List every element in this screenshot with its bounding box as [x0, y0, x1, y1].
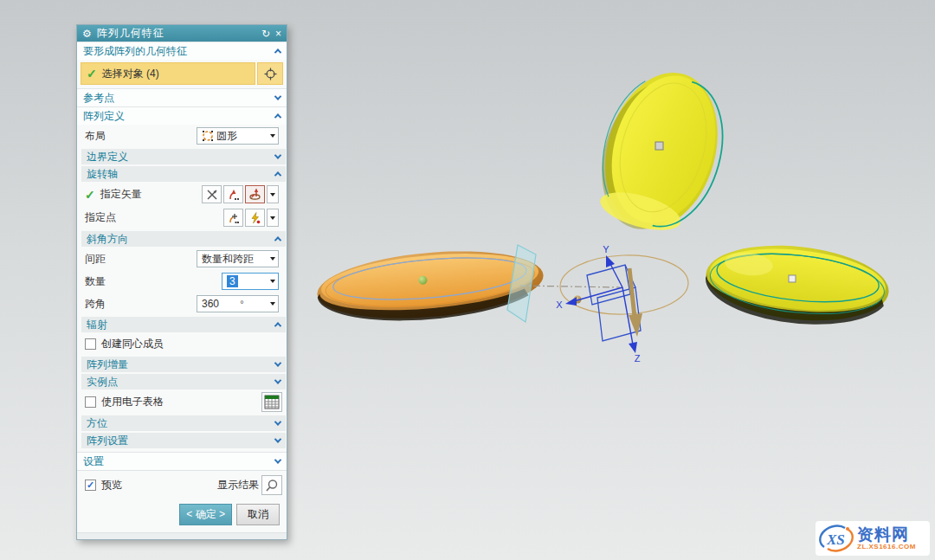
span-angle-value: 360	[202, 298, 219, 310]
point-dialog-button[interactable]	[223, 209, 243, 227]
section-reference-point[interactable]: 参考点	[77, 88, 287, 106]
axis-vector-icon	[248, 188, 261, 201]
vector-dialog-icon	[206, 189, 218, 201]
svg-text:XS: XS	[826, 531, 845, 548]
axis-y-label: Y	[603, 244, 609, 254]
span-angle-input[interactable]: 360 °	[197, 295, 279, 312]
section-boundary-definition[interactable]: 边界定义	[81, 149, 286, 164]
section-instance-points[interactable]: 实例点	[81, 374, 286, 389]
spacing-row: 间距 数量和跨距	[77, 248, 287, 270]
dropdown-caret-icon	[270, 134, 275, 138]
vector-dialog-button[interactable]	[202, 185, 222, 203]
reference-point-label: 参考点	[83, 91, 114, 106]
span-angle-row: 跨角 360 °	[77, 293, 287, 315]
pattern-circle[interactable]	[559, 253, 689, 316]
ok-button[interactable]: < 确定 >	[179, 504, 232, 525]
angular-direction-label: 斜角方向	[87, 232, 128, 247]
boundary-definition-label: 边界定义	[87, 150, 128, 164]
section-pattern-settings[interactable]: 阵列设置	[81, 433, 286, 448]
pattern-definition-label: 阵列定义	[83, 109, 125, 124]
span-angle-label: 跨角	[85, 297, 106, 312]
section-settings[interactable]: 设置	[77, 452, 287, 470]
dialog-titlebar[interactable]: ⚙ 阵列几何特征 ↻ ×	[77, 25, 287, 42]
specify-point-label: 指定点	[85, 210, 116, 225]
dropdown-caret-icon	[270, 216, 275, 220]
magnifier-icon	[265, 479, 279, 492]
disc-yellow-right-center-point[interactable]	[789, 275, 796, 282]
spacing-label: 间距	[85, 252, 106, 267]
chevron-up-icon	[274, 171, 281, 178]
spreadsheet-button[interactable]	[261, 392, 282, 412]
reset-icon[interactable]: ↻	[261, 29, 270, 39]
pattern-increment-label: 阵列增量	[87, 357, 128, 372]
chevron-down-icon	[274, 151, 281, 158]
specify-vector-label: 指定矢量	[100, 187, 142, 202]
vector-options-dropdown[interactable]	[267, 185, 279, 203]
chevron-up-icon	[274, 113, 281, 120]
preview-label: 预览	[101, 478, 122, 492]
close-icon[interactable]: ×	[275, 29, 281, 39]
lightning-bolt-icon	[249, 212, 261, 224]
watermark-name: 资料网	[857, 526, 916, 543]
spacing-value: 数量和跨距	[202, 252, 254, 267]
inferred-vector-icon	[228, 189, 240, 201]
section-angular-direction[interactable]: 斜角方向	[81, 231, 286, 247]
radiate-label: 辐射	[87, 318, 107, 332]
axis-x-line	[574, 287, 622, 301]
chevron-up-icon	[274, 48, 281, 55]
chevron-down-icon	[274, 418, 281, 425]
spacing-select[interactable]: 数量和跨距	[197, 250, 279, 267]
concentric-members-checkbox[interactable]	[85, 338, 96, 350]
section-geometry-to-pattern[interactable]: 要形成阵列的几何特征	[77, 42, 287, 60]
use-spreadsheet-label: 使用电子表格	[101, 395, 164, 409]
axis-vector-button[interactable]	[245, 185, 265, 203]
inferred-point-button[interactable]	[245, 209, 265, 227]
axis-y-arrowhead	[606, 255, 615, 267]
specify-point-row: 指定点	[77, 206, 287, 229]
count-row: 数量 3	[77, 270, 287, 293]
show-result-label: 显示结果	[217, 478, 259, 492]
section-pattern-increment[interactable]: 阵列增量	[81, 357, 286, 372]
settings-label: 设置	[83, 454, 104, 469]
disc-yellow-top-center-point[interactable]	[655, 142, 663, 150]
dialog-action-buttons: < 确定 > 取消	[77, 499, 287, 532]
rotation-axis-label: 旋转轴	[87, 167, 118, 182]
chevron-down-icon	[274, 435, 281, 442]
degree-unit: °	[240, 299, 243, 309]
crosshair-icon	[264, 68, 277, 80]
dropdown-caret-icon	[270, 193, 275, 196]
layout-row: 布局 圆形	[77, 125, 287, 147]
inferred-vector-button[interactable]	[223, 185, 243, 203]
watermark-badge: XS 资料网 ZL.XS1616.COM	[816, 521, 930, 556]
point-constructor-button[interactable]	[257, 62, 283, 85]
watermark-logo: XS	[819, 525, 854, 552]
dialog-footer	[77, 532, 287, 539]
preview-checkbox[interactable]: ✓	[85, 480, 96, 491]
count-label: 数量	[85, 274, 106, 289]
dropdown-caret-icon	[270, 280, 275, 283]
section-pattern-definition[interactable]: 阵列定义	[77, 106, 287, 125]
point-options-dropdown[interactable]	[267, 209, 279, 227]
disc-yellow-top[interactable]	[584, 59, 740, 246]
use-spreadsheet-checkbox[interactable]	[85, 396, 96, 408]
dropdown-caret-icon	[270, 257, 275, 261]
specify-vector-row: ✓ 指定矢量	[77, 183, 287, 206]
show-result-button[interactable]	[261, 475, 282, 495]
gear-icon: ⚙	[82, 29, 92, 39]
chevron-down-icon	[274, 93, 281, 100]
preview-row: ✓ 预览 显示结果	[77, 470, 287, 499]
select-object-field[interactable]: ✓ 选择对象 (4)	[81, 62, 255, 85]
count-input[interactable]: 3	[222, 273, 279, 290]
section-radiate[interactable]: 辐射	[81, 317, 286, 332]
layout-select[interactable]: 圆形	[197, 127, 279, 145]
section-orientation[interactable]: 方位	[81, 415, 286, 431]
chevron-down-icon	[274, 456, 281, 463]
cancel-button[interactable]: 取消	[236, 504, 280, 525]
disc-yellow-right[interactable]	[702, 237, 893, 332]
axis-z-arrowhead	[629, 342, 637, 353]
chevron-down-icon	[274, 377, 281, 383]
chevron-up-icon	[274, 322, 281, 329]
section-rotation-axis[interactable]: 旋转轴	[81, 166, 286, 182]
pattern-settings-label: 阵列设置	[87, 434, 128, 448]
layout-label: 布局	[85, 129, 106, 144]
